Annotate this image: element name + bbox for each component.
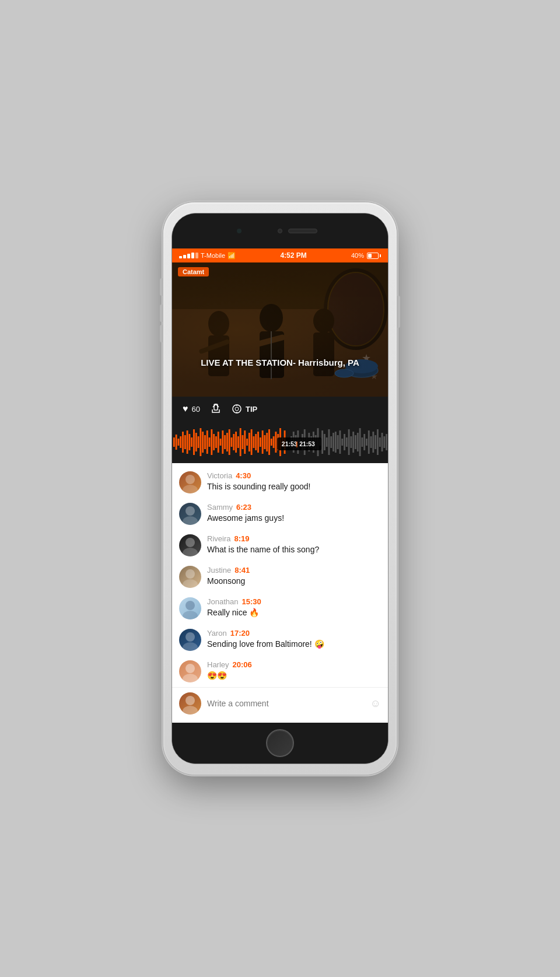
svg-rect-95 (337, 435, 339, 449)
comment-username-jonathan: Jonathan (207, 597, 239, 606)
svg-rect-54 (242, 435, 244, 449)
comment-justine: Justine 8:41 Moonsong (172, 561, 388, 593)
svg-rect-60 (255, 434, 257, 450)
svg-rect-35 (200, 428, 201, 456)
svg-rect-39 (209, 437, 211, 447)
svg-rect-36 (202, 432, 204, 453)
current-time-text: 21:53 (282, 440, 298, 447)
comment-input-bar[interactable]: ☺ (172, 687, 388, 719)
svg-rect-52 (237, 436, 239, 448)
svg-rect-23 (173, 437, 175, 447)
comment-header-sammy: Sammy 6:23 (207, 503, 381, 512)
comment-header-yaron: Yaron 17:20 (207, 629, 381, 638)
carrier-info: T-Mobile 📶 (179, 252, 236, 260)
waveform-area[interactable]: 21:53 | 21:53 (172, 421, 388, 463)
comment-time-justine: 8:41 (235, 566, 250, 575)
tip-button[interactable]: TIP (232, 404, 257, 414)
svg-rect-24 (176, 435, 177, 450)
svg-point-124 (186, 569, 195, 579)
svg-point-119 (183, 485, 198, 493)
avatar-yaron (179, 629, 201, 651)
svg-rect-33 (195, 433, 197, 451)
comment-username-sammy: Sammy (207, 503, 233, 512)
svg-rect-112 (374, 435, 376, 449)
emoji-button[interactable]: ☺ (370, 698, 381, 710)
comment-text-victoria: This is sounding really good! (207, 481, 381, 492)
comment-time-victoria: 4:30 (236, 471, 251, 480)
svg-point-4 (208, 311, 229, 337)
comment-body-justine: Justine 8:41 Moonsong (207, 566, 381, 586)
comment-body-victoria: Victoria 4:30 This is sounding really go… (207, 471, 381, 492)
hero-scene-svg: ★ ★ (172, 262, 388, 397)
waveform-svg: 21:53 | 21:53 (172, 426, 388, 458)
svg-rect-28 (184, 435, 186, 449)
like-button[interactable]: ♥ 60 (183, 404, 200, 414)
svg-rect-63 (262, 430, 264, 454)
comment-time-sammy: 6:23 (236, 503, 251, 512)
svg-rect-31 (191, 437, 192, 447)
carrier-name: T-Mobile (201, 252, 225, 259)
comment-username-victoria: Victoria (207, 471, 232, 480)
status-bar: T-Mobile 📶 4:52 PM 40% (172, 248, 388, 262)
svg-rect-47 (226, 433, 228, 451)
comment-sammy: Sammy 6:23 Awesome jams guys! (172, 498, 388, 530)
svg-point-123 (183, 548, 198, 556)
phone-sensor (237, 229, 242, 233)
svg-rect-69 (275, 432, 276, 453)
svg-rect-100 (348, 429, 350, 455)
svg-rect-108 (366, 439, 368, 446)
svg-rect-113 (377, 429, 379, 455)
hero-title: LIVE AT THE STATION- Harrisburg, PA (172, 358, 388, 367)
comment-harley: Harley 20:06 😍😍 (172, 656, 388, 687)
svg-rect-48 (229, 429, 230, 455)
svg-rect-40 (211, 429, 212, 455)
phone-bottom-bar (172, 723, 388, 764)
svg-point-125 (183, 579, 198, 588)
comment-riveira: Riveira 8:19 What is the name of this so… (172, 530, 388, 561)
svg-rect-37 (204, 435, 206, 449)
comment-time-jonathan: 15:30 (242, 597, 261, 606)
comment-input-field[interactable] (207, 699, 365, 708)
svg-rect-116 (383, 436, 385, 448)
channel-label: Catamt (178, 267, 209, 276)
svg-rect-62 (260, 437, 261, 447)
avatar-harley (179, 660, 201, 682)
avatar-sammy (179, 503, 201, 525)
svg-rect-56 (246, 439, 248, 446)
home-button[interactable] (266, 729, 294, 757)
like-count: 60 (192, 405, 200, 414)
svg-point-130 (186, 664, 195, 673)
svg-rect-45 (222, 430, 223, 454)
svg-rect-104 (357, 433, 359, 451)
svg-point-17 (335, 369, 354, 377)
svg-rect-103 (355, 435, 356, 449)
comments-section: Victoria 4:30 This is sounding really go… (172, 463, 388, 723)
share-button[interactable] (211, 404, 221, 414)
comment-text-yaron: Sending love from Baltimore! 🤪 (207, 639, 381, 649)
comment-username-yaron: Yaron (207, 629, 227, 638)
svg-rect-32 (193, 429, 195, 455)
svg-rect-64 (264, 435, 265, 449)
hero-video[interactable]: ★ ★ Catamt LIVE AT THE STATION- Harrisbu… (172, 262, 388, 397)
comment-header-riveira: Riveira 8:19 (207, 534, 381, 543)
svg-rect-55 (244, 430, 246, 454)
svg-point-122 (186, 538, 195, 547)
svg-rect-29 (187, 430, 188, 454)
svg-point-7 (260, 304, 283, 332)
action-bar: ♥ 60 TIP (172, 397, 388, 421)
avatar-victoria (179, 471, 201, 493)
avatar-justine (179, 566, 201, 588)
comment-jonathan: Jonathan 15:30 Really nice 🔥 (172, 593, 388, 624)
svg-rect-68 (273, 436, 275, 448)
share-icon (211, 404, 221, 414)
status-time: 4:52 PM (280, 251, 306, 260)
svg-rect-110 (370, 436, 372, 448)
time-divider: | (296, 440, 298, 447)
svg-rect-46 (224, 435, 226, 449)
heart-icon: ♥ (183, 404, 188, 414)
svg-rect-92 (330, 436, 332, 448)
comment-victoria: Victoria 4:30 This is sounding really go… (172, 467, 388, 498)
svg-point-129 (183, 642, 198, 651)
comment-yaron: Yaron 17:20 Sending love from Baltimore!… (172, 624, 388, 656)
svg-point-131 (183, 674, 198, 682)
